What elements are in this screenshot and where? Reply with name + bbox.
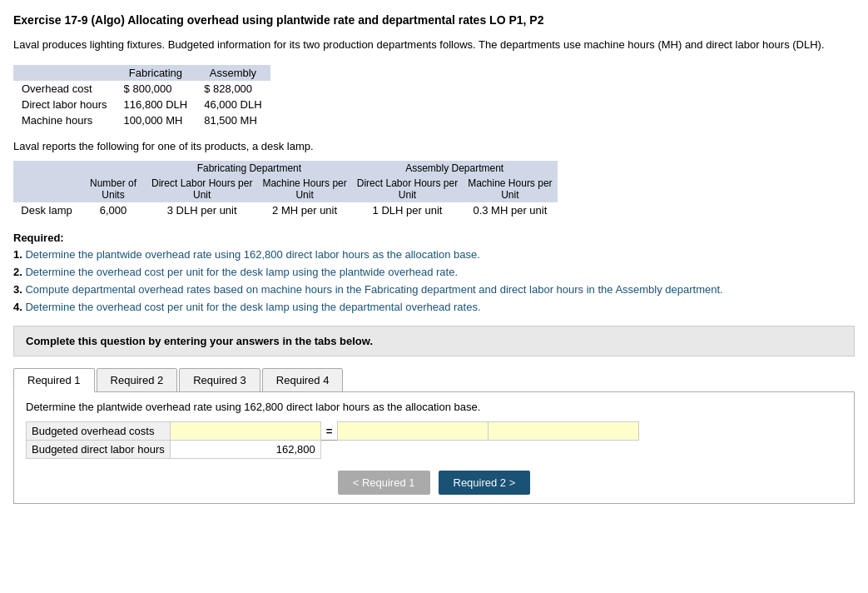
calc-row1-label: Budgeted overhead costs [27, 422, 171, 441]
tab-content: Determine the plantwide overhead rate us… [13, 391, 855, 504]
dept-row2-fab: 116,800 DLH [116, 97, 196, 112]
req-item-3: 3. Compute departmental overhead rates b… [13, 282, 855, 299]
prod-h2-asm-mh: Machine Hours perUnit [463, 176, 557, 202]
complete-box: Complete this question by entering your … [13, 326, 855, 356]
tab-required-1[interactable]: Required 1 [13, 368, 95, 392]
calc-row2-label: Budgeted direct labor hours [27, 441, 171, 459]
dept-col-assembly: Assembly [196, 65, 270, 81]
prod-h1-asm-dept: Assembly Department [352, 161, 558, 176]
calc-result-input-field[interactable] [343, 425, 483, 437]
calc-row2-empty2 [489, 441, 639, 459]
dept-row1-label: Overhead cost [13, 81, 116, 97]
tab-required-2[interactable]: Required 2 [97, 368, 178, 392]
intro-text: Laval produces lighting fixtures. Budget… [13, 37, 855, 53]
prod-h1-empty [13, 161, 80, 176]
prod-h2-fab-dlh: Direct Labor Hours perUnit [146, 176, 257, 202]
calc-row1-input[interactable] [170, 422, 320, 441]
dept-row2-asm: 46,000 DLH [196, 97, 270, 112]
product-table: Fabricating Department Assembly Departme… [13, 161, 558, 218]
prod-row-asm-mh: 0.3 MH per unit [463, 202, 557, 218]
nav-buttons: < Required 1 Required 2 > [26, 471, 842, 495]
required-section: Required: 1. Determine the plantwide ove… [13, 230, 855, 316]
dept-row1-asm: $ 828,000 [196, 81, 270, 97]
dept-row3-label: Machine hours [13, 112, 116, 128]
required-title: Required: [13, 232, 64, 244]
prev-button[interactable]: < Required 1 [338, 471, 430, 495]
tabs-row: Required 1 Required 2 Required 3 Require… [13, 368, 855, 392]
dept-col-empty [13, 65, 116, 81]
prod-row-fab-dlh: 3 DLH per unit [146, 202, 257, 218]
prod-h2-asm-dlh: Direct Labor Hours perUnit [352, 176, 463, 202]
calc-row-1: Budgeted overhead costs = [27, 422, 639, 441]
prod-row-units: 6,000 [80, 202, 146, 218]
calc-result-extra[interactable] [489, 422, 639, 441]
calc-table: Budgeted overhead costs = Budgeted direc… [26, 421, 639, 459]
prod-h1-fab-dept: Fabricating Department [146, 161, 352, 176]
calc-result-extra-field[interactable] [494, 425, 633, 437]
calc-row1-input-field[interactable] [176, 425, 315, 437]
prod-row-asm-dlh: 1 DLH per unit [352, 202, 463, 218]
prod-h2-units: Number ofUnits [80, 176, 146, 202]
dept-row1-fab: $ 800,000 [116, 81, 196, 97]
prod-row-fab-mh: 2 MH per unit [257, 202, 351, 218]
req-item-2: 2. Determine the overhead cost per unit … [13, 264, 855, 282]
tab-required-3[interactable]: Required 3 [179, 368, 260, 392]
laval-text: Laval reports the following for one of i… [13, 140, 855, 152]
dept-row3-asm: 81,500 MH [196, 112, 270, 128]
req-item-1: 1. Determine the plantwide overhead rate… [13, 247, 855, 264]
prod-row-name: Desk lamp [13, 202, 80, 218]
dept-row2-label: Direct labor hours [13, 97, 116, 112]
calc-row2-empty-eq [320, 441, 338, 459]
tab-required-4[interactable]: Required 4 [262, 368, 344, 392]
req-item-4: 4. Determine the overhead cost per unit … [13, 299, 855, 316]
dept-col-fabricating: Fabricating [116, 65, 196, 81]
page-title: Exercise 17-9 (Algo) Allocating overhead… [13, 13, 855, 27]
calc-row2-value: 162,800 [170, 441, 320, 459]
prod-h2-fab-mh: Machine Hours perUnit [257, 176, 351, 202]
dept-row3-fab: 100,000 MH [116, 112, 196, 128]
departments-table: Fabricating Assembly Overhead cost $ 800… [13, 65, 270, 128]
equals-sign: = [320, 422, 338, 441]
calc-result-input[interactable] [338, 422, 489, 441]
prod-h1-units [80, 161, 146, 176]
tab-description: Determine the plantwide overhead rate us… [26, 401, 842, 413]
prod-h2-empty [13, 176, 80, 202]
next-button[interactable]: Required 2 > [439, 471, 531, 495]
calc-row-2: Budgeted direct labor hours 162,800 [27, 441, 639, 459]
calc-row2-empty1 [338, 441, 489, 459]
